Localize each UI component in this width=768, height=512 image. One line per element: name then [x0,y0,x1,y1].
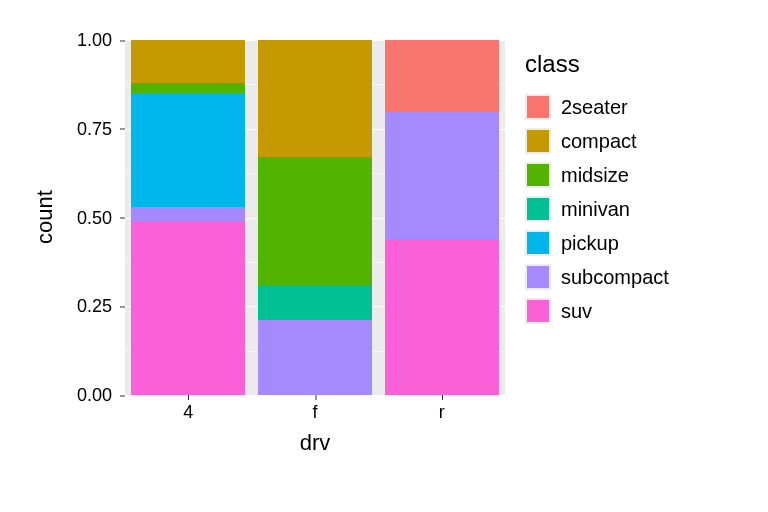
bar-segment [385,40,499,111]
bar-f [258,40,372,395]
bar-segment [131,40,245,83]
bar-segment [131,207,245,221]
x-tick: r [439,402,445,423]
legend-label: minivan [561,198,630,221]
y-tick: 1.00 [40,30,120,51]
x-axis-label: drv [300,430,331,456]
legend-item: subcompact [525,260,725,294]
legend-item: midsize [525,158,725,192]
legend-label: 2seater [561,96,628,119]
legend-title: class [525,50,725,78]
bar-segment [258,40,372,157]
bar-segment [385,111,499,239]
legend-swatch [525,264,551,290]
legend-swatch [525,162,551,188]
legend-item: minivan [525,192,725,226]
legend-item: 2seater [525,90,725,124]
legend-swatch [525,128,551,154]
bar-segment [131,93,245,207]
legend-label: midsize [561,164,629,187]
legend-item: suv [525,294,725,328]
legend-item: pickup [525,226,725,260]
legend: class 2seatercompactmidsizeminivanpickup… [525,50,725,328]
y-axis-label: count [32,190,58,244]
bar-segment [258,157,372,285]
legend-swatch [525,196,551,222]
bar-segment [258,285,372,321]
bar-segment [258,320,372,395]
bar-segment [131,83,245,94]
bar-segment [131,221,245,395]
legend-swatch [525,230,551,256]
x-tick: f [312,402,317,423]
x-tick: 4 [183,402,193,423]
y-tick: 0.00 [40,385,120,406]
chart: 0.000.250.500.751.00 4fr count drv class… [40,30,740,490]
legend-swatch [525,298,551,324]
legend-swatch [525,94,551,120]
legend-label: compact [561,130,637,153]
y-tick: 0.75 [40,118,120,139]
legend-item: compact [525,124,725,158]
bar-r [385,40,499,395]
legend-label: pickup [561,232,619,255]
plot-panel [125,40,505,395]
bar-segment [385,239,499,395]
legend-label: suv [561,300,592,323]
y-tick: 0.25 [40,296,120,317]
bar-4 [131,40,245,395]
legend-label: subcompact [561,266,669,289]
